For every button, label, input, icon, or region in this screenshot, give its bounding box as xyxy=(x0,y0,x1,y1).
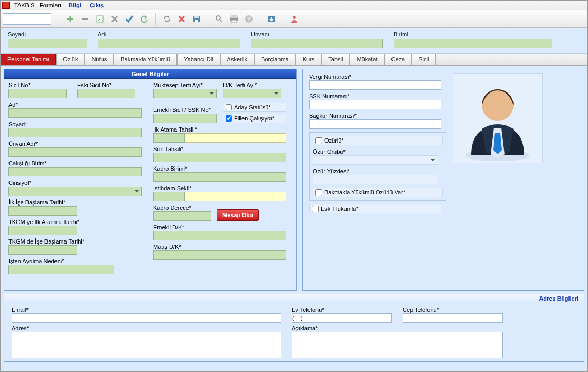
filter-soyadi-value xyxy=(8,39,87,48)
tab-nufus[interactable]: Nüfus xyxy=(85,54,114,65)
fld-email[interactable] xyxy=(12,313,281,323)
fld-tkgmilk[interactable] xyxy=(8,226,77,235)
lbl-calisigi: Çalıştığı Birim* xyxy=(8,160,146,166)
tab-tahsil[interactable]: Tahsil xyxy=(321,54,350,65)
chk-fiilen-box[interactable] xyxy=(226,115,232,122)
tab-mukafat[interactable]: Mükafat xyxy=(350,54,384,65)
lbl-adres: Adres* xyxy=(12,325,281,331)
fld-sicilno[interactable] xyxy=(8,89,67,98)
fld-eskisicil[interactable] xyxy=(77,89,135,98)
chk-ozurlu-box[interactable] xyxy=(315,137,322,144)
undo-button[interactable] xyxy=(137,12,151,26)
tab-sicil[interactable]: Sicil xyxy=(412,54,436,65)
cancel-button[interactable] xyxy=(108,12,122,26)
help-button[interactable]: ? xyxy=(242,12,256,26)
panel-adres-title: Adres Bilgileri xyxy=(4,294,584,303)
fld-maasdk[interactable] xyxy=(153,250,286,260)
fld-calisigi[interactable] xyxy=(8,167,142,176)
fld-ozuryuzde[interactable] xyxy=(313,175,438,184)
filter-unvani-label: Ünvanı xyxy=(251,31,383,38)
fld-aciklama[interactable] xyxy=(292,332,503,358)
lbl-kadrobirim: Kadro Birimi* xyxy=(153,165,291,172)
chk-aday[interactable]: Aday Statüsü* xyxy=(223,103,286,112)
fld-ilkatama-a[interactable] xyxy=(153,133,185,143)
remove-button[interactable] xyxy=(78,12,92,26)
filter-adi: Adı xyxy=(98,31,240,48)
toolbar-sep xyxy=(155,13,156,25)
fld-adres[interactable] xyxy=(12,332,281,358)
chk-eskihukumlu-box[interactable] xyxy=(312,206,319,212)
btn-mesajoku[interactable]: Mesajı Oku xyxy=(217,209,259,221)
app-window: TAKBİS - Formları Bilgi Çıkış ? Soyadı A… xyxy=(0,0,588,372)
fld-cinsiyet[interactable] xyxy=(8,187,142,196)
fld-sontahsil[interactable] xyxy=(153,153,286,162)
chk-bakmaklaoz[interactable]: Bakmakla Yükümlü Özürlü Var* xyxy=(313,188,443,197)
lbl-dkterfi: D/K Terfi Ayı* xyxy=(223,82,281,88)
panel-right: Vergi Numarası* SSK Numarası* Bağkur Num… xyxy=(302,69,584,291)
delete-button[interactable] xyxy=(175,12,189,26)
lbl-tkgmilk: TKGM ye İlk Atanma Tarihi* xyxy=(8,219,146,225)
fld-tkgmde[interactable] xyxy=(8,245,77,255)
save-button[interactable] xyxy=(190,12,203,26)
fld-unvanadi[interactable] xyxy=(8,147,142,157)
fld-kadrobirim[interactable] xyxy=(153,172,286,182)
lbl-ilkise: İlk İşe Başlama Tarihi* xyxy=(8,199,146,206)
fld-vergi[interactable] xyxy=(309,80,441,90)
svg-rect-2 xyxy=(194,16,199,18)
tab-yabanci[interactable]: Yabancı Dil xyxy=(177,54,220,65)
chk-bakmaklaoz-box[interactable] xyxy=(315,189,322,196)
tab-askerlik[interactable]: Askerlik xyxy=(220,54,255,65)
fld-emeklidk[interactable] xyxy=(153,231,286,240)
chk-eskihukumlu[interactable]: Eski Hükümlü* xyxy=(309,204,441,213)
fld-emeklissk[interactable] xyxy=(153,114,217,123)
fld-kadroderece[interactable] xyxy=(153,211,211,221)
tab-kurs[interactable]: Kurs xyxy=(296,54,322,65)
chk-ozurlu[interactable]: Özürlü* xyxy=(313,136,443,145)
search-button[interactable] xyxy=(212,12,226,26)
lbl-soyad: Soyad* xyxy=(8,121,146,127)
menu-cikis[interactable]: Çıkış xyxy=(86,2,108,8)
fld-ssk[interactable] xyxy=(309,100,441,109)
panel-genel: Genel Bilgiler Sicil No* Eski Sicil No* … xyxy=(4,69,297,291)
download-button[interactable] xyxy=(265,12,278,26)
svg-rect-3 xyxy=(195,20,198,22)
menubar: TAKBİS - Formları Bilgi Çıkış xyxy=(1,1,587,10)
chk-aday-box[interactable] xyxy=(226,104,232,110)
tab-personel[interactable]: Personel Tanımı xyxy=(1,54,56,65)
edit-button[interactable] xyxy=(93,12,107,26)
fld-istihdam-a[interactable] xyxy=(153,192,185,201)
chk-fiilen[interactable]: Fiilen Çalışıyor* xyxy=(223,114,286,123)
refresh-button[interactable] xyxy=(160,12,174,26)
app-icon xyxy=(2,2,10,9)
fld-ozurgrubu[interactable] xyxy=(313,155,438,165)
fld-ilkatama-b[interactable] xyxy=(185,133,286,143)
apply-button[interactable] xyxy=(123,12,136,26)
fld-muktesep[interactable] xyxy=(153,89,217,98)
fld-dkterfi[interactable] xyxy=(223,89,281,98)
tab-ozluk[interactable]: Özlük xyxy=(56,54,85,65)
fld-evtel[interactable] xyxy=(292,313,392,323)
panel-genel-title: Genel Bilgiler xyxy=(4,69,296,79)
chk-aday-label: Aday Statüsü* xyxy=(234,104,271,110)
lbl-ssk: SSK Numarası* xyxy=(309,93,446,99)
menu-bilgi[interactable]: Bilgi xyxy=(64,2,86,8)
filter-soyadi: Soyadı xyxy=(8,31,87,48)
tab-bakmakla[interactable]: Bakmakla Yükümlü xyxy=(114,54,177,65)
fld-soyad[interactable] xyxy=(8,128,142,137)
fld-ceptel[interactable] xyxy=(403,313,503,323)
lbl-muktesep: Müktesep Terfi Ayı* xyxy=(153,82,217,88)
fld-ayrilma[interactable] xyxy=(8,265,114,274)
print-button[interactable] xyxy=(227,12,241,26)
user-button[interactable] xyxy=(287,12,301,26)
svg-point-4 xyxy=(216,16,220,20)
fld-bagkur[interactable] xyxy=(309,119,441,129)
tab-borclanma[interactable]: Borçlanma xyxy=(254,54,296,65)
fld-ad[interactable] xyxy=(8,108,142,118)
tab-ceza[interactable]: Ceza xyxy=(385,54,412,65)
filter-birimi: Birimi xyxy=(394,31,552,48)
fld-ilkise[interactable] xyxy=(8,206,77,216)
add-button[interactable] xyxy=(63,12,77,26)
fld-istihdam-b[interactable] xyxy=(185,192,286,201)
lbl-ad: Ad* xyxy=(8,101,146,108)
toolbar-search-input[interactable] xyxy=(3,13,51,25)
